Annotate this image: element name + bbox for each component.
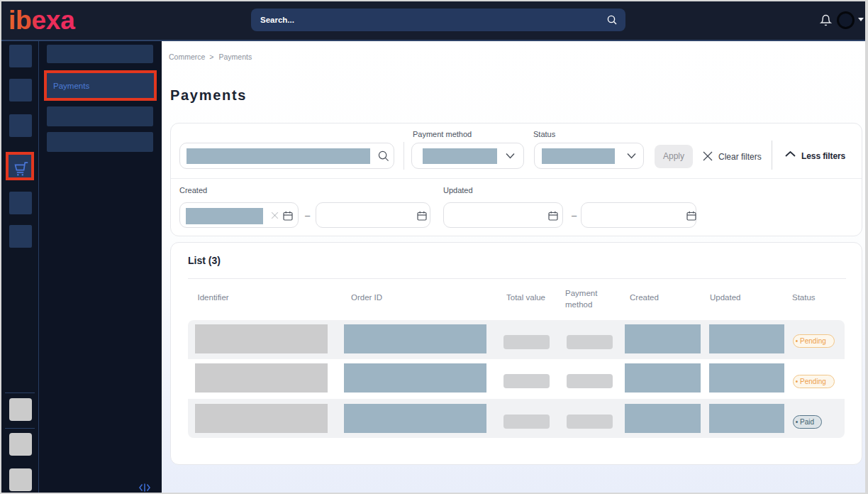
- svg-text:ibexa: ibexa: [9, 10, 75, 30]
